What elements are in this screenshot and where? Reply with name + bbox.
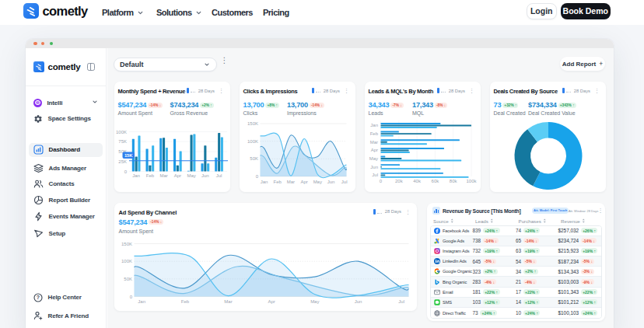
svg-text:Jul: Jul [215, 173, 222, 178]
svg-text:Apr: Apr [370, 148, 377, 152]
svg-text:Jun: Jun [201, 173, 208, 178]
svg-text:60k: 60k [431, 179, 439, 183]
svg-text:80k: 80k [449, 179, 457, 183]
svg-text:150K: 150K [121, 241, 131, 246]
svg-text:Jun: Jun [370, 165, 378, 169]
svg-text:100K: 100K [247, 139, 257, 144]
svg-text:Mar: Mar [286, 180, 294, 184]
svg-text:Mar: Mar [224, 298, 232, 303]
svg-text:Jul: Jul [398, 298, 404, 303]
svg-text:Feb: Feb [369, 131, 378, 136]
svg-text:75K: 75K [118, 139, 127, 144]
svg-text:50K: 50K [250, 156, 258, 161]
svg-text:Mar: Mar [369, 140, 377, 145]
svg-text:Mar: Mar [159, 173, 167, 178]
svg-text:Jun: Jun [327, 180, 334, 184]
svg-text:May: May [313, 180, 321, 184]
svg-text:0: 0 [255, 174, 258, 179]
svg-text:0: 0 [129, 294, 132, 298]
svg-text:20k: 20k [394, 179, 403, 183]
svg-text:40k: 40k [413, 179, 422, 183]
svg-text:100K: 100K [115, 130, 126, 134]
svg-text:Jan: Jan [260, 180, 268, 184]
svg-text:Feb: Feb [180, 298, 189, 303]
svg-text:Jul: Jul [372, 173, 378, 177]
svg-text:50K: 50K [124, 276, 132, 281]
svg-text:15K: 15K [124, 153, 132, 158]
svg-text:0: 0 [379, 179, 382, 183]
svg-text:May: May [310, 298, 319, 303]
svg-text:25K: 25K [118, 159, 127, 164]
svg-text:?: ? [37, 295, 40, 300]
svg-text:Jan: Jan [138, 298, 145, 303]
svg-text:0: 0 [124, 169, 127, 174]
svg-text:May: May [369, 156, 377, 161]
svg-text:Jul: Jul [341, 180, 347, 184]
svg-text:150K: 150K [247, 121, 257, 126]
svg-text:Apr: Apr [173, 173, 180, 178]
svg-text:Feb: Feb [273, 180, 282, 184]
svg-text:Jun: Jun [354, 298, 362, 303]
svg-text:100K: 100K [121, 259, 131, 263]
svg-text:Jan: Jan [370, 123, 378, 127]
svg-text:Apr: Apr [268, 298, 275, 303]
svg-text:May: May [187, 173, 195, 178]
svg-text:Apr: Apr [300, 180, 307, 184]
svg-text:100k: 100k [466, 179, 477, 183]
svg-text:Feb: Feb [145, 173, 154, 178]
svg-text:Jan: Jan [132, 173, 140, 178]
